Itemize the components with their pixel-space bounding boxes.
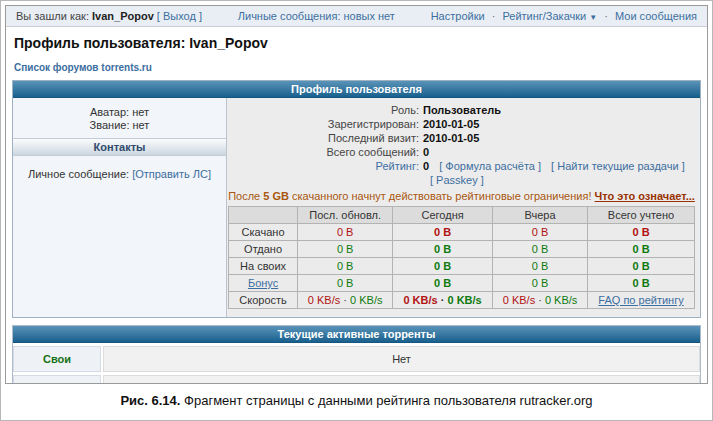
- field-row: Роль: Пользователь: [227, 103, 696, 117]
- field-value: Пользователь: [423, 103, 501, 117]
- rating-formula-link[interactable]: [ Формула расчёта ]: [439, 160, 541, 172]
- speed-down: 0 KB/s: [403, 294, 437, 306]
- rating-downloads-link[interactable]: Рейтинг/Закачки: [502, 10, 586, 22]
- cell-value: 0 B: [434, 243, 451, 255]
- topbar-right-group: Настройки · Рейтинг/Закачки ▼ · Мои сооб…: [431, 10, 697, 22]
- row-value: Нет: [103, 375, 700, 384]
- active-torrents-section: Текущие активные торренты Свои Нет Сидер…: [12, 325, 701, 384]
- cell-value: 0 B: [434, 260, 451, 272]
- torrent-row-own: Свои Нет: [13, 346, 700, 372]
- field-value: 2010-01-05: [423, 117, 479, 131]
- what-does-it-mean-link[interactable]: Что это означает...: [595, 190, 695, 202]
- col-header: Всего учтено: [588, 207, 694, 224]
- field-row: Зарегистрирован: 2010-01-05: [227, 117, 696, 131]
- field-label: Роль:: [227, 103, 423, 117]
- warning-text: После: [228, 190, 260, 202]
- field-label: Последний визит:: [227, 131, 423, 145]
- cell-value: 0 B: [632, 243, 649, 255]
- forum-index-link[interactable]: Список форумов torrents.ru: [14, 62, 152, 73]
- row-label: Скорость: [229, 292, 298, 309]
- private-messages-link[interactable]: Личные сообщения: новых нет: [238, 10, 395, 22]
- passkey-link[interactable]: [ Passkey ]: [430, 174, 484, 186]
- speed-up: 0 KB/s: [447, 294, 481, 306]
- chevron-down-icon[interactable]: ▼: [589, 13, 597, 22]
- profile-right-column: Роль: Пользователь Зарегистрирован: 2010…: [227, 98, 700, 317]
- table-row-own: На своих 0 B 0 B 0 B 0 B: [229, 258, 694, 275]
- pm-label: Личное сообщение:: [28, 168, 129, 180]
- settings-link[interactable]: Настройки: [431, 10, 485, 22]
- bonus-link[interactable]: Бонус: [248, 277, 278, 289]
- field-row: Всего сообщений: 0: [227, 145, 696, 159]
- row-label: На своих: [229, 258, 298, 275]
- col-header: Сегодня: [393, 207, 492, 224]
- separator-dot: ·: [538, 294, 542, 306]
- username: Ivan_Popov: [92, 10, 154, 22]
- logged-in-label: Вы зашли как:: [16, 10, 89, 22]
- page-title: Профиль пользователя: Ivan_Popov: [14, 35, 699, 51]
- figure: Вы зашли как: Ivan_Popov [ Выход ] Личны…: [0, 0, 713, 421]
- figure-caption: Рис. 6.14. Фрагмент страницы с данными р…: [1, 393, 712, 408]
- table-row-bonus: Бонус 0 B 0 B 0 B 0 B: [229, 275, 694, 292]
- cell-value: 0 B: [337, 226, 354, 238]
- rating-value: 0: [423, 160, 429, 172]
- field-label: Зарегистрирован:: [227, 117, 423, 131]
- caption-text: Фрагмент страницы с данными рейтинга пол…: [184, 393, 593, 408]
- heading-block: Профиль пользователя: Ivan_Popov Список …: [6, 27, 707, 77]
- col-header: [229, 207, 298, 224]
- row-label-seeder: Сидер: [13, 375, 101, 384]
- cell-value: 0 B: [337, 260, 354, 272]
- find-current-seeds-link[interactable]: [ Найти текущие раздачи ]: [551, 160, 685, 172]
- profile-body: Аватар: нет Звание: нет Контакты Личное …: [13, 98, 700, 317]
- row-label: Скачано: [229, 224, 298, 241]
- speed-up: 0 KB/s: [545, 294, 577, 306]
- rating-label-link[interactable]: Рейтинг:: [376, 160, 419, 172]
- profile-left-column: Аватар: нет Звание: нет Контакты Личное …: [13, 98, 227, 317]
- cell-value: 0 B: [434, 226, 451, 238]
- private-message-line: Личное сообщение: [Отправить ЛС]: [13, 168, 226, 180]
- field-value: 2010-01-05: [423, 131, 479, 145]
- contacts-header: Контакты: [13, 138, 226, 156]
- cell-value: 0 B: [532, 260, 549, 272]
- logout-link[interactable]: [ Выход ]: [157, 10, 202, 22]
- speed-down: 0 KB/s: [308, 294, 340, 306]
- separator-dot: ·: [492, 10, 496, 22]
- send-pm-link[interactable]: [Отправить ЛС]: [132, 168, 211, 180]
- row-value: Нет: [103, 346, 700, 372]
- speed-down: 0 KB/s: [503, 294, 535, 306]
- avatar-line: Аватар: нет: [13, 106, 226, 118]
- torrent-row-seeder: Сидер Нет: [13, 375, 700, 384]
- torrents-section-header: Текущие активные торренты: [13, 326, 700, 343]
- my-messages-link[interactable]: Мои сообщения: [615, 10, 697, 22]
- cell-value: 0 B: [532, 226, 549, 238]
- cell-value: 0 B: [632, 277, 649, 289]
- separator-dot: ·: [343, 294, 347, 306]
- profile-section-header: Профиль пользователя: [13, 81, 700, 98]
- row-label-own: Свои: [13, 346, 101, 372]
- rating-faq-link[interactable]: FAQ по рейтингу: [598, 294, 683, 306]
- table-header-row: Посл. обновл. Сегодня Вчера Всего учтено: [229, 207, 694, 224]
- cell-value: 0 B: [434, 277, 451, 289]
- table-row-speed: Скорость 0 KB/s · 0 KB/s 0 KB/s · 0 KB/s: [229, 292, 694, 309]
- table-row-downloaded: Скачано 0 B 0 B 0 B 0 B: [229, 224, 694, 241]
- figure-number: Рис. 6.14.: [120, 393, 180, 408]
- field-row: Последний визит: 2010-01-05: [227, 131, 696, 145]
- speed-up: 0 KB/s: [350, 294, 382, 306]
- profile-page: Вы зашли как: Ivan_Popov [ Выход ] Личны…: [5, 5, 708, 384]
- logged-in-group: Вы зашли как: Ivan_Popov [ Выход ]: [16, 10, 202, 22]
- cell-value: 0 B: [532, 243, 549, 255]
- profile-section: Профиль пользователя Аватар: нет Звание:…: [12, 80, 701, 318]
- cell-value: 0 B: [337, 277, 354, 289]
- rank-line: Звание: нет: [13, 119, 226, 131]
- row-label: Отдано: [229, 241, 298, 258]
- col-header: Вчера: [492, 207, 588, 224]
- cell-value: 0 B: [632, 226, 649, 238]
- field-label: Всего сообщений:: [227, 145, 423, 159]
- rating-warning: После 5 GB скачанного начнут действовать…: [227, 189, 696, 203]
- field-value: 0: [423, 145, 429, 159]
- warning-amount: 5 GB: [263, 190, 289, 202]
- separator-dot: ·: [441, 294, 445, 306]
- rating-row: Рейтинг: 0 [ Формула расчёта ] [ Найти т…: [227, 159, 696, 187]
- top-bar: Вы зашли как: Ivan_Popov [ Выход ] Личны…: [6, 6, 707, 27]
- cell-value: 0 B: [632, 260, 649, 272]
- cell-value: 0 B: [337, 243, 354, 255]
